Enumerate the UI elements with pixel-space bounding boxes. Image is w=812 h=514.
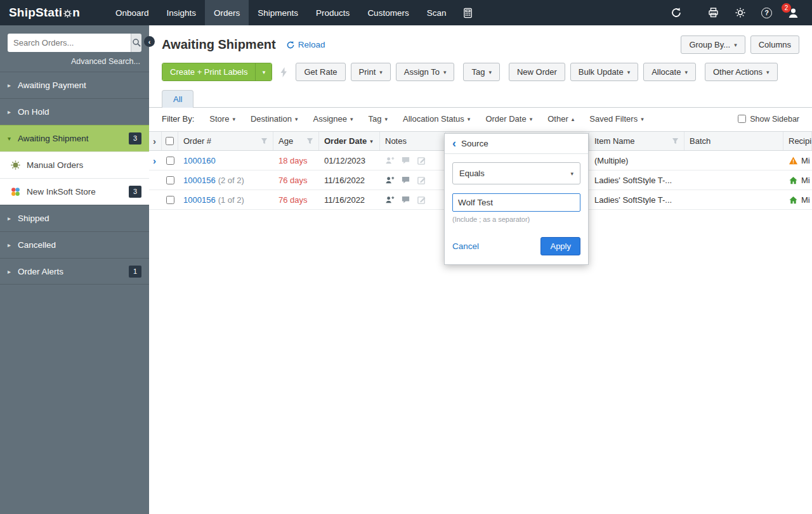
filter-store[interactable]: Store▾ bbox=[209, 114, 235, 124]
search-orders-input[interactable] bbox=[8, 34, 131, 52]
column-header-item-name[interactable]: Item Name bbox=[589, 132, 684, 150]
show-sidebar-checkbox[interactable] bbox=[738, 115, 746, 123]
filter-funnel-icon[interactable] bbox=[261, 138, 268, 145]
row-checkbox[interactable] bbox=[166, 196, 174, 204]
popup-footer: Cancel Apply bbox=[452, 237, 580, 255]
customer-note-icon[interactable] bbox=[385, 176, 395, 185]
column-label: Batch bbox=[690, 136, 710, 146]
printer-icon[interactable] bbox=[707, 7, 719, 18]
sidebar-item-label: New InkSoft Store bbox=[27, 187, 96, 196]
bulk-update-button[interactable]: Bulk Update▾ bbox=[570, 63, 638, 81]
sidebar-collapse-handle[interactable]: ‹ bbox=[144, 36, 155, 47]
new-order-button[interactable]: New Order bbox=[509, 63, 565, 81]
order-number-link[interactable]: 1000156 bbox=[183, 195, 216, 205]
note-bubble-icon[interactable] bbox=[401, 195, 410, 205]
nav-shipments[interactable]: Shipments bbox=[249, 0, 307, 25]
notification-badge[interactable]: 2 bbox=[782, 3, 791, 13]
sidebar-item-manual-orders[interactable]: Manual Orders bbox=[0, 151, 149, 178]
source-value-input[interactable] bbox=[452, 193, 580, 212]
expand-all-icon[interactable]: › bbox=[153, 136, 156, 146]
columns-button[interactable]: Columns bbox=[750, 35, 799, 54]
filter-other-label: Other bbox=[547, 114, 568, 124]
back-chevron-icon[interactable]: ‹ bbox=[452, 138, 456, 149]
row-expander-icon[interactable]: › bbox=[153, 156, 156, 165]
row-checkbox[interactable] bbox=[166, 157, 174, 165]
nav-customers[interactable]: Customers bbox=[358, 0, 417, 25]
item-name: Ladies' SoftStyle T-... bbox=[589, 190, 684, 209]
edit-note-icon[interactable] bbox=[417, 156, 426, 165]
filter-funnel-icon[interactable] bbox=[306, 138, 313, 145]
cancel-link[interactable]: Cancel bbox=[452, 241, 479, 251]
settings-gear-icon[interactable] bbox=[735, 7, 746, 18]
sidebar-item-new-inksoft-store[interactable]: New InkSoft Store 3 bbox=[0, 178, 149, 205]
filter-order-date[interactable]: Order Date▾ bbox=[485, 114, 532, 124]
note-bubble-icon[interactable] bbox=[401, 176, 410, 185]
group-by-button[interactable]: Group By...▾ bbox=[681, 35, 745, 54]
assign-to-button[interactable]: Assign To▾ bbox=[396, 63, 455, 81]
tag-button[interactable]: Tag▾ bbox=[463, 63, 500, 81]
apply-button[interactable]: Apply bbox=[540, 237, 580, 255]
create-print-labels-button[interactable]: Create + Print Labels ▾ bbox=[162, 63, 272, 81]
sidebar-item-cancelled[interactable]: ▸ Cancelled bbox=[0, 231, 149, 258]
other-actions-button[interactable]: Other Actions▾ bbox=[705, 63, 778, 81]
sidebar-item-on-hold[interactable]: ▸ On Hold bbox=[0, 98, 149, 125]
rate-calculator-icon[interactable] bbox=[455, 0, 481, 25]
filter-destination[interactable]: Destination▾ bbox=[251, 114, 298, 124]
tab-all[interactable]: All bbox=[162, 90, 193, 108]
filter-assignee[interactable]: Assignee▾ bbox=[313, 114, 353, 124]
note-bubble-icon[interactable] bbox=[401, 156, 410, 165]
filter-other[interactable]: Other▴ bbox=[547, 114, 574, 124]
create-print-labels-label[interactable]: Create + Print Labels bbox=[162, 63, 255, 80]
page-title: Awaiting Shipment bbox=[162, 37, 276, 52]
orders-toolbar: Create + Print Labels ▾ Get Rate Print▾ … bbox=[149, 54, 812, 81]
reload-link[interactable]: Reload bbox=[286, 40, 325, 49]
nav-insights[interactable]: Insights bbox=[158, 0, 206, 25]
allocate-button[interactable]: Allocate▾ bbox=[643, 63, 696, 81]
column-header-notes[interactable]: Notes bbox=[380, 132, 446, 150]
search-button[interactable] bbox=[131, 34, 141, 52]
select-all-checkbox[interactable] bbox=[166, 137, 174, 145]
row-checkbox[interactable] bbox=[166, 176, 174, 184]
filter-tag[interactable]: Tag▾ bbox=[369, 114, 388, 124]
sidebar-item-order-alerts[interactable]: ▸ Order Alerts 1 bbox=[0, 258, 149, 285]
nav-onboard[interactable]: Onboard bbox=[107, 0, 158, 25]
help-icon[interactable]: ? bbox=[761, 8, 772, 18]
advanced-search-link[interactable]: Advanced Search... bbox=[0, 56, 149, 72]
chevron-down-icon: ▾ bbox=[232, 116, 235, 122]
column-header-recipient[interactable]: Recipi bbox=[783, 132, 812, 150]
popup-body: Equals ▾ (Include ; as a separator) Canc… bbox=[445, 154, 588, 264]
order-date: 11/16/2022 bbox=[319, 190, 380, 209]
create-print-labels-dropdown[interactable]: ▾ bbox=[255, 63, 272, 80]
orders-sidebar: Advanced Search... ▸ Awaiting Payment ▸ … bbox=[0, 25, 149, 514]
filter-funnel-icon[interactable] bbox=[672, 138, 679, 145]
filter-allocation-status[interactable]: Allocation Status▾ bbox=[403, 114, 470, 124]
column-header-order-date[interactable]: Order Date ▾ bbox=[319, 132, 380, 150]
nav-scan[interactable]: Scan bbox=[418, 0, 455, 25]
filter-saved-filters[interactable]: Saved Filters▾ bbox=[589, 114, 643, 124]
order-age: 76 days bbox=[273, 170, 319, 190]
nav-products[interactable]: Products bbox=[307, 0, 358, 25]
operator-select[interactable]: Equals ▾ bbox=[452, 162, 580, 184]
page-header: Awaiting Shipment Reload Group By...▾ Co… bbox=[149, 25, 812, 54]
column-header-batch[interactable]: Batch bbox=[684, 132, 783, 150]
order-number-link[interactable]: 1000156 bbox=[183, 176, 216, 185]
refresh-icon[interactable] bbox=[671, 7, 682, 18]
recipient-name: Mi bbox=[801, 176, 810, 185]
nav-orders[interactable]: Orders bbox=[205, 0, 249, 25]
sidebar-item-awaiting-payment[interactable]: ▸ Awaiting Payment bbox=[0, 72, 149, 98]
sidebar-item-awaiting-shipment[interactable]: ▾ Awaiting Shipment 3 bbox=[0, 125, 149, 151]
order-age: 18 days bbox=[273, 151, 319, 170]
print-button[interactable]: Print▾ bbox=[351, 63, 391, 81]
sidebar-item-shipped[interactable]: ▸ Shipped bbox=[0, 205, 149, 231]
column-header-age[interactable]: Age bbox=[273, 132, 319, 150]
filter-bar: Filter By: Store▾ Destination▾ Assignee▾… bbox=[149, 108, 812, 130]
user-avatar[interactable]: 2 bbox=[787, 7, 799, 19]
edit-note-icon[interactable] bbox=[417, 176, 426, 185]
get-rate-button[interactable]: Get Rate bbox=[296, 63, 345, 81]
column-header-order[interactable]: Order # bbox=[178, 132, 273, 150]
shipstation-logo[interactable]: ShipStati n bbox=[0, 6, 89, 20]
customer-note-icon[interactable] bbox=[385, 156, 395, 165]
order-number-link[interactable]: 1000160 bbox=[183, 156, 216, 165]
customer-note-icon[interactable] bbox=[385, 195, 395, 205]
edit-note-icon[interactable] bbox=[417, 195, 426, 205]
